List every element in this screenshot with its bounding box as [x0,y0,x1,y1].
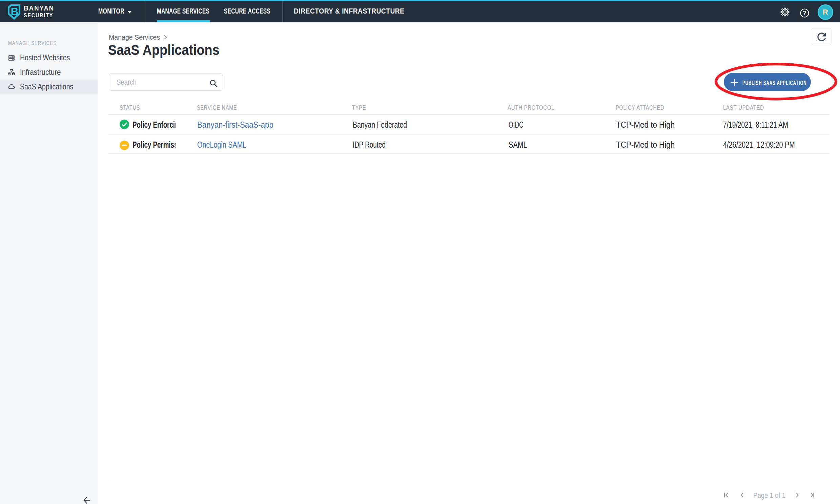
svg-text:?: ? [803,10,806,17]
svg-text:B: B [11,6,19,18]
